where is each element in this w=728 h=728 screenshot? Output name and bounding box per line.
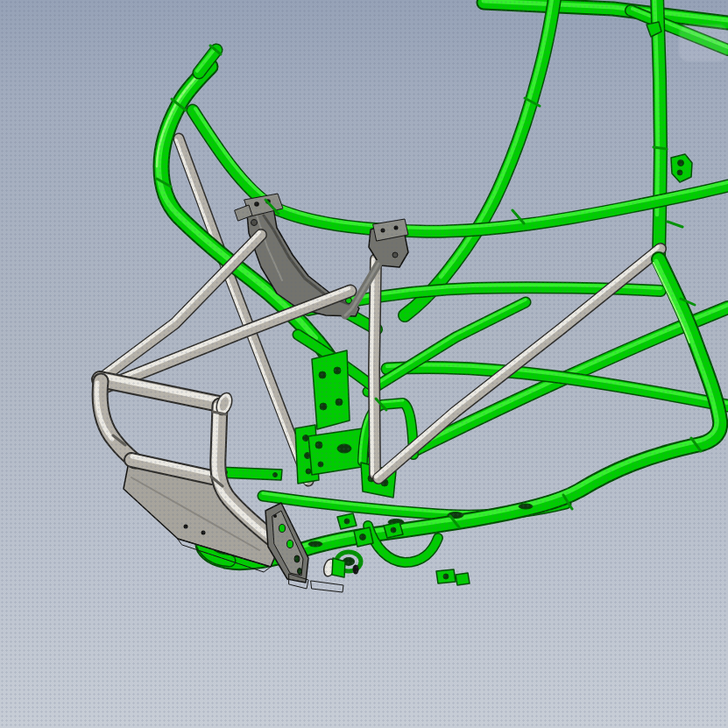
front-downtube-upper-base xyxy=(405,0,555,315)
hole xyxy=(344,519,350,524)
crossmember-plate-face xyxy=(219,467,282,480)
tower-hole xyxy=(251,220,258,226)
drive-stub-green-clamp xyxy=(332,558,345,577)
tower-hole xyxy=(392,252,398,258)
v-brace-vertical-hl xyxy=(371,259,373,474)
slot xyxy=(308,541,322,547)
hole xyxy=(391,527,396,533)
weld-ring xyxy=(654,147,667,149)
skid-plate-hole xyxy=(201,531,206,535)
chassis-3d-scene[interactable] xyxy=(0,0,728,728)
shock-mount-tab-face xyxy=(671,154,692,182)
clamp-bolt xyxy=(381,229,385,233)
hole xyxy=(306,469,311,474)
bracket-hole-green xyxy=(279,525,286,533)
hole xyxy=(315,442,322,449)
front-downtube-upper-edge xyxy=(405,0,555,315)
hole xyxy=(443,574,449,579)
clamp-bolt xyxy=(394,226,399,230)
suspension-plate-vertical-face xyxy=(312,350,350,429)
clamp-bolt xyxy=(254,201,259,207)
hole xyxy=(320,403,327,410)
hole xyxy=(334,367,341,374)
bracket-hole xyxy=(294,555,300,562)
hole xyxy=(336,399,343,406)
lower-mount-plate xyxy=(311,581,343,592)
bumper-top-tube[interactable] xyxy=(100,376,219,404)
hole xyxy=(678,160,684,166)
hole xyxy=(360,534,366,541)
cad-viewport[interactable] xyxy=(0,0,728,728)
slot xyxy=(337,444,351,453)
bolt xyxy=(273,473,278,477)
crossmember-plate[interactable] xyxy=(219,467,282,480)
b-pillar-vertical-tube[interactable] xyxy=(654,0,661,258)
v-brace-tube-vertical[interactable] xyxy=(371,259,376,474)
skid-plate-hole xyxy=(184,525,188,529)
cage-top-rail[interactable] xyxy=(484,1,728,23)
bracket-bolt xyxy=(273,514,277,518)
hole xyxy=(677,170,682,175)
suspension-plate-vertical[interactable] xyxy=(312,350,350,429)
slot xyxy=(519,504,533,509)
drive-stub-end-cap xyxy=(353,565,359,575)
hole xyxy=(318,462,323,467)
shock-mount-tab-right[interactable] xyxy=(671,154,692,182)
bracket-hole xyxy=(298,569,302,575)
bracket-hole-green xyxy=(287,541,293,548)
tab xyxy=(456,573,470,585)
hole xyxy=(319,371,326,378)
front-downtube-upper[interactable] xyxy=(405,0,555,315)
weld-ring xyxy=(668,222,682,227)
